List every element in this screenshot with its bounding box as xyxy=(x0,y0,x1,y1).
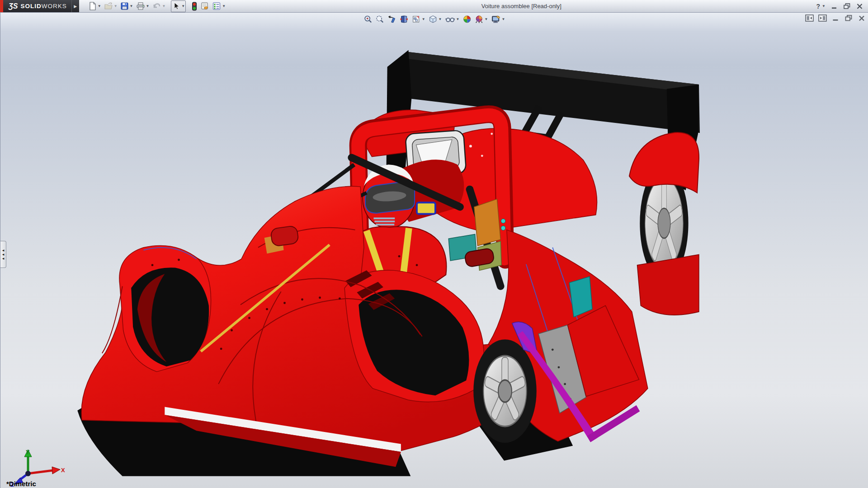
title-bar: ƷS SOLIDWORKS ▶ ▼ ▼ ▼ xyxy=(0,0,868,13)
new-document-icon xyxy=(88,2,97,10)
print-button[interactable]: ▼ xyxy=(135,0,151,12)
app-window-controls: ? ▼ xyxy=(816,3,868,10)
collapse-arrow-icon: ◀ xyxy=(2,249,5,252)
dropdown-caret-icon[interactable]: ▼ xyxy=(146,4,150,8)
dropdown-caret-icon[interactable]: ▼ xyxy=(162,4,165,8)
collapse-arrow-icon: ◀ xyxy=(2,257,5,260)
close-app-button[interactable] xyxy=(855,3,863,10)
triad-y-label: Y xyxy=(26,449,30,455)
menu-flyout-arrow-icon[interactable]: ▶ xyxy=(71,0,79,12)
note-hand-icon xyxy=(200,2,209,10)
standard-toolbar: ▼ ▼ ▼ ▼ xyxy=(87,0,226,12)
minimize-app-button[interactable] xyxy=(830,3,838,10)
restore-app-button[interactable] xyxy=(843,3,851,10)
traffic-light-icon xyxy=(191,2,198,11)
solidworks-logo-mark: ƷS xyxy=(9,2,18,10)
undo-arrow-icon xyxy=(152,2,161,10)
solidworks-logo: ƷS SOLIDWORKS xyxy=(3,0,71,12)
options-button[interactable]: ▼ xyxy=(211,0,226,12)
help-button[interactable]: ? xyxy=(816,3,821,10)
select-tool-button[interactable]: ▼ xyxy=(171,0,186,12)
open-document-button[interactable]: ▼ xyxy=(103,0,118,12)
front-right-wheel xyxy=(473,339,536,443)
select-cursor-icon xyxy=(172,2,180,10)
file-properties-button[interactable] xyxy=(199,0,210,12)
left-mirror xyxy=(270,225,299,247)
feature-panel-splitter[interactable]: ◀ ◀ ◀ xyxy=(0,241,6,268)
save-floppy-icon xyxy=(120,2,129,10)
solidworks-logo-text: SOLIDWORKS xyxy=(20,3,66,9)
help-dropdown-caret-icon[interactable]: ▼ xyxy=(822,4,826,8)
view-orientation-label: *Dimetric xyxy=(6,480,36,488)
open-folder-icon xyxy=(104,2,113,10)
collapse-arrow-icon: ◀ xyxy=(2,253,5,256)
dropdown-caret-icon[interactable]: ▼ xyxy=(181,4,185,8)
dropdown-caret-icon[interactable]: ▼ xyxy=(130,4,133,8)
solidworks-window: { "window": { "title": "Voiture assomble… xyxy=(0,0,868,488)
harness-buckle xyxy=(417,202,435,214)
save-button[interactable]: ▼ xyxy=(119,0,134,12)
printer-icon xyxy=(136,2,145,10)
undo-button[interactable]: ▼ xyxy=(151,0,166,12)
dropdown-caret-icon[interactable]: ▼ xyxy=(222,4,226,8)
triad-x-label: X xyxy=(61,467,65,474)
car-model xyxy=(0,13,868,488)
rebuild-button[interactable] xyxy=(190,0,198,12)
options-checklist-icon xyxy=(212,2,221,10)
rear-right-wheel xyxy=(629,132,699,315)
new-document-button[interactable]: ▼ xyxy=(87,0,102,12)
window-title: Voiture assomblee [Read-only] xyxy=(226,3,816,9)
minimize-icon xyxy=(831,4,837,9)
close-icon xyxy=(857,4,863,9)
restore-icon xyxy=(844,3,850,9)
dropdown-caret-icon[interactable]: ▼ xyxy=(98,4,101,8)
dropdown-caret-icon[interactable]: ▼ xyxy=(114,4,118,8)
3d-viewport[interactable]: ▼ ▼ ▼ xyxy=(0,13,868,488)
brand-red-strip xyxy=(0,0,3,12)
